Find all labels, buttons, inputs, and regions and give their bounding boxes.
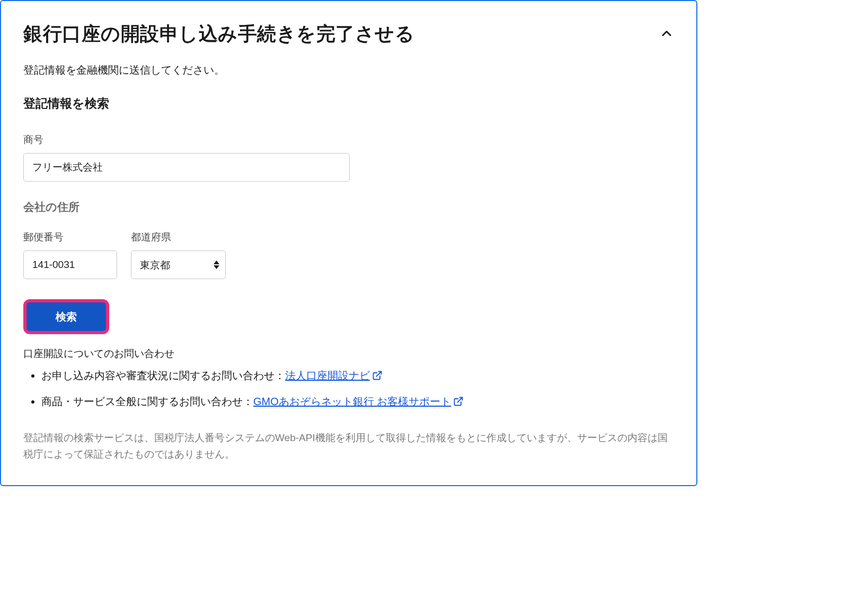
prefecture-select-wrapper: 東京都 xyxy=(131,250,226,279)
search-button[interactable]: 検索 xyxy=(26,302,106,331)
disclaimer-text: 登記情報の検索サービスは、国税庁法人番号システムのWeb-API機能を利用して取… xyxy=(23,429,674,463)
bank-account-panel: 銀行口座の開設申し込み手続きを完了させる 登記情報を金融機関に送信してください。… xyxy=(0,0,697,486)
company-name-input[interactable] xyxy=(23,153,350,182)
postal-label: 郵便番号 xyxy=(23,230,117,244)
search-button-highlight: 検索 xyxy=(23,299,109,334)
contact-item-prefix: お申し込み内容や審査状況に関するお問い合わせ： xyxy=(41,370,285,381)
contact-link-navi[interactable]: 法人口座開設ナビ xyxy=(285,370,383,381)
svg-line-2 xyxy=(376,372,381,377)
instruction-text: 登記情報を金融機関に送信してください。 xyxy=(23,63,674,77)
external-link-icon xyxy=(453,395,464,411)
page-title: 銀行口座の開設申し込み手続きを完了させる xyxy=(23,21,414,47)
list-item: 商品・サービス全般に関するお問い合わせ：GMOあおぞらネット銀行 お客様サポート xyxy=(41,393,674,411)
contact-link-gmo-support[interactable]: GMOあおぞらネット銀行 お客様サポート xyxy=(253,396,464,407)
chevron-up-icon[interactable] xyxy=(659,26,674,43)
address-row: 郵便番号 都道府県 東京都 xyxy=(23,230,674,279)
postal-field-group: 郵便番号 xyxy=(23,230,117,279)
header-row: 銀行口座の開設申し込み手続きを完了させる xyxy=(23,21,674,47)
list-item: お申し込み内容や審査状況に関するお問い合わせ：法人口座開設ナビ xyxy=(41,367,674,386)
postal-input[interactable] xyxy=(23,250,117,279)
svg-line-3 xyxy=(458,398,463,402)
contact-item-prefix: 商品・サービス全般に関するお問い合わせ： xyxy=(41,396,253,407)
company-name-label: 商号 xyxy=(23,133,674,147)
contact-heading: 口座開設についてのお問い合わせ xyxy=(23,347,674,361)
search-heading: 登記情報を検索 xyxy=(23,95,674,112)
prefecture-select[interactable]: 東京都 xyxy=(131,250,226,279)
address-heading: 会社の住所 xyxy=(23,200,674,214)
prefecture-label: 都道府県 xyxy=(131,230,226,244)
external-link-icon xyxy=(372,369,383,386)
contact-list: お申し込み内容や審査状況に関するお問い合わせ：法人口座開設ナビ 商品・サービス全… xyxy=(23,367,674,411)
prefecture-field-group: 都道府県 東京都 xyxy=(131,230,226,279)
company-name-field-group: 商号 xyxy=(23,133,674,182)
